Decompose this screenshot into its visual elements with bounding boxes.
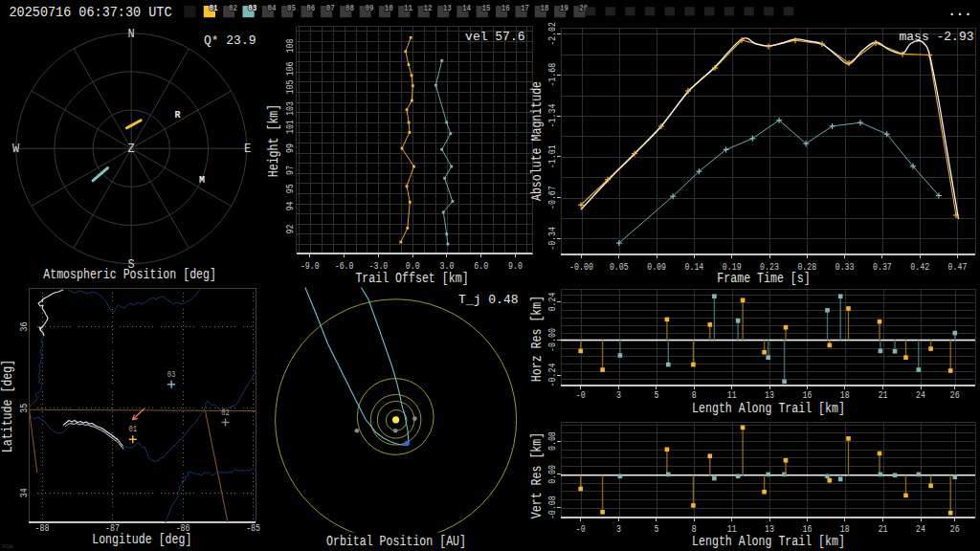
svg-text:-1.01: -1.01 [546, 144, 558, 168]
svg-text:12: 12 [423, 4, 432, 13]
svg-text:16: 16 [501, 4, 510, 13]
svg-text:mass -2.93: mass -2.93 [900, 30, 974, 44]
svg-text:-0.34: -0.34 [546, 227, 558, 251]
svg-text:26: 26 [950, 389, 960, 401]
svg-text:FGW: FGW [3, 543, 13, 550]
svg-text:03: 03 [248, 4, 256, 13]
svg-text:5: 5 [654, 523, 658, 535]
svg-text:Longitude [deg]: Longitude [deg] [92, 532, 191, 547]
svg-text:0.00: 0.00 [546, 465, 558, 484]
svg-text:07: 07 [326, 4, 335, 13]
svg-text:17: 17 [521, 4, 529, 13]
svg-text:95: 95 [284, 184, 296, 193]
svg-text:-0.00: -0.00 [546, 328, 558, 352]
svg-text:03: 03 [167, 370, 176, 380]
svg-text:6.0: 6.0 [474, 260, 488, 272]
svg-text:01: 01 [210, 4, 218, 13]
svg-text:3: 3 [616, 389, 621, 401]
svg-text:35: 35 [18, 404, 30, 413]
svg-text:Height [km]: Height [km] [266, 104, 281, 178]
svg-text:-0.67: -0.67 [546, 186, 558, 209]
svg-text:18: 18 [840, 389, 850, 401]
svg-text:21: 21 [879, 523, 888, 535]
svg-text:94: 94 [284, 201, 296, 210]
svg-text:-2.02: -2.02 [546, 22, 558, 46]
svg-text:97: 97 [284, 165, 296, 175]
svg-text:-0.08: -0.08 [546, 496, 558, 519]
svg-text:8: 8 [692, 389, 697, 401]
svg-text:101: 101 [284, 120, 296, 134]
svg-text:5: 5 [654, 389, 658, 401]
svg-text:08: 08 [345, 4, 354, 13]
svg-text:-0.24: -0.24 [546, 364, 558, 387]
svg-text:106: 106 [284, 61, 296, 76]
svg-text:02: 02 [221, 408, 230, 418]
svg-text:108: 108 [284, 39, 296, 54]
svg-text:20250716 06:37:30 UTC: 20250716 06:37:30 UTC [10, 5, 172, 20]
svg-text:Horz Res [km]: Horz Res [km] [529, 296, 545, 382]
svg-text:-3.0: -3.0 [369, 260, 389, 272]
svg-text:-0.00: -0.00 [569, 261, 593, 273]
svg-text:14: 14 [462, 4, 471, 13]
svg-text:9.0: 9.0 [508, 260, 523, 272]
svg-text:-1.34: -1.34 [546, 104, 558, 128]
svg-text:0.08: 0.08 [546, 431, 558, 451]
svg-text:M: M [199, 175, 205, 186]
svg-text:0.05: 0.05 [610, 261, 629, 273]
svg-text:0.0: 0.0 [406, 260, 420, 272]
svg-text:105: 105 [284, 80, 296, 95]
svg-text:0.33: 0.33 [835, 261, 855, 273]
svg-text:06: 06 [306, 4, 315, 13]
svg-text:3: 3 [616, 523, 621, 535]
svg-text:-0: -0 [576, 389, 586, 401]
svg-text:13: 13 [443, 4, 452, 13]
svg-text:-1.68: -1.68 [546, 63, 558, 87]
svg-text:N: N [128, 28, 135, 41]
svg-text:...: ... [947, 4, 971, 19]
svg-text:Trail Offset [km]: Trail Offset [km] [355, 271, 468, 286]
svg-text:-88: -88 [35, 522, 50, 534]
svg-text:02: 02 [229, 4, 237, 13]
svg-text:vel 57.6: vel 57.6 [465, 30, 524, 44]
svg-text:0.24: 0.24 [546, 293, 558, 312]
svg-text:0.47: 0.47 [948, 261, 968, 273]
svg-text:Latitude [deg]: Latitude [deg] [0, 360, 15, 452]
svg-text:11: 11 [404, 4, 412, 13]
svg-text:0.14: 0.14 [685, 261, 704, 273]
svg-text:-9.0: -9.0 [301, 260, 320, 272]
svg-text:13: 13 [765, 389, 774, 401]
svg-text:Length Along Trail [km]: Length Along Trail [km] [692, 401, 845, 416]
svg-text:Q* 23.9: Q* 23.9 [204, 33, 256, 48]
svg-text:-85: -85 [246, 522, 260, 534]
svg-text:E: E [244, 143, 251, 156]
svg-text:26: 26 [950, 523, 960, 535]
svg-text:Atmospheric Position [deg]: Atmospheric Position [deg] [43, 267, 216, 282]
svg-text:Vert Res [km]: Vert Res [km] [529, 432, 545, 518]
svg-text:T_j 0.48: T_j 0.48 [458, 293, 518, 307]
svg-text:Z: Z [128, 143, 135, 156]
svg-text:Orbital Position [AU]: Orbital Position [AU] [326, 534, 466, 549]
svg-text:-0: -0 [576, 523, 586, 535]
svg-text:0.37: 0.37 [873, 261, 892, 273]
svg-text:0.42: 0.42 [910, 261, 929, 273]
svg-text:21: 21 [879, 389, 888, 401]
svg-text:Frame Time [s]: Frame Time [s] [717, 271, 810, 286]
svg-text:18: 18 [541, 4, 549, 13]
svg-text:36: 36 [18, 322, 30, 332]
svg-text:34: 34 [18, 488, 30, 497]
svg-text:Absolute Magnitude: Absolute Magnitude [529, 81, 545, 201]
svg-text:15: 15 [481, 4, 490, 13]
svg-text:16: 16 [802, 389, 812, 401]
svg-text:Length Along Trail [km]: Length Along Trail [km] [692, 534, 845, 549]
svg-text:24: 24 [916, 523, 925, 535]
svg-text:11: 11 [727, 389, 737, 401]
svg-text:R: R [174, 110, 180, 121]
svg-text:09: 09 [365, 4, 373, 13]
svg-text:3.0: 3.0 [440, 260, 455, 272]
svg-text:92: 92 [284, 225, 296, 234]
svg-text:19: 19 [560, 4, 568, 13]
svg-text:04: 04 [268, 4, 277, 13]
svg-text:10: 10 [385, 4, 393, 13]
svg-text:99: 99 [284, 143, 296, 153]
svg-text:01: 01 [129, 425, 138, 434]
